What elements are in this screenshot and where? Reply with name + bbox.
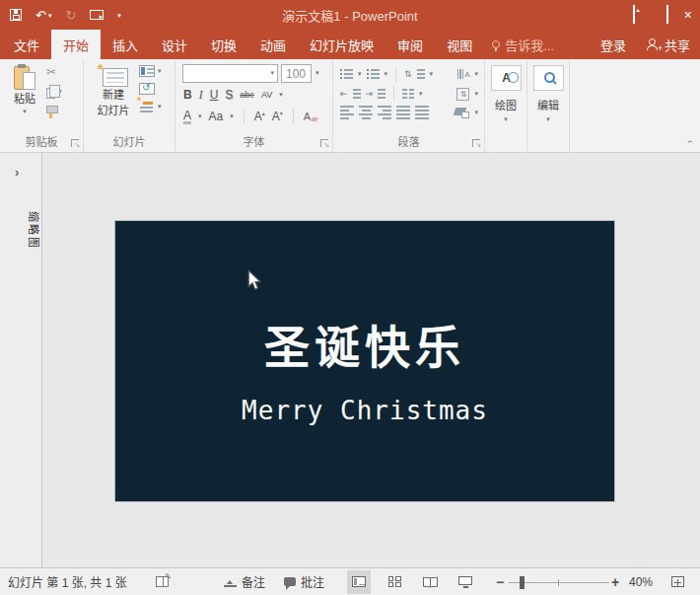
zoom-out-button[interactable]: − bbox=[496, 568, 504, 595]
section-button[interactable]: *▾ bbox=[139, 101, 162, 113]
notes-button[interactable]: 备注 bbox=[224, 568, 265, 595]
clipboard-dialog-launcher[interactable] bbox=[71, 139, 79, 147]
align-text-caret[interactable]: ▾ bbox=[474, 91, 478, 98]
slideshow-view-button[interactable] bbox=[454, 570, 477, 594]
smartart-icon[interactable] bbox=[455, 107, 469, 118]
zoom-slider-track[interactable] bbox=[509, 575, 609, 589]
tab-insert[interactable]: 插入 bbox=[101, 30, 150, 59]
character-spacing-button[interactable]: AV bbox=[261, 91, 272, 100]
increase-indent-icon[interactable]: ⇥ bbox=[366, 90, 374, 99]
spell-check-button[interactable] bbox=[156, 568, 169, 595]
strikethrough-button[interactable]: abc bbox=[240, 91, 254, 100]
save-button[interactable] bbox=[10, 9, 22, 21]
font-name-combobox[interactable]: ▾ bbox=[182, 64, 278, 83]
font-dialog-launcher[interactable] bbox=[320, 139, 328, 147]
drawing-caret[interactable]: ▾ bbox=[504, 115, 508, 123]
editing-caret[interactable]: ▾ bbox=[546, 115, 550, 123]
change-case-caret[interactable]: ▾ bbox=[230, 113, 234, 120]
paste-button[interactable]: 粘贴 ▾ bbox=[7, 64, 42, 115]
font-size-combobox[interactable]: 100 bbox=[281, 64, 312, 83]
decrease-indent-icon[interactable]: ⇤ bbox=[340, 90, 348, 99]
editing-button[interactable] bbox=[533, 65, 564, 91]
character-spacing-caret[interactable]: ▾ bbox=[279, 92, 283, 99]
normal-view-button[interactable] bbox=[347, 570, 371, 594]
drawing-icon: A bbox=[502, 71, 511, 85]
ribbon-display-options-button[interactable] bbox=[633, 6, 635, 24]
zoom-slider-thumb[interactable] bbox=[520, 576, 525, 589]
align-right-icon[interactable] bbox=[378, 106, 391, 119]
slide-subtitle-text[interactable]: Merry Christmas bbox=[115, 395, 614, 426]
comments-button[interactable]: 批注 bbox=[284, 568, 324, 595]
slide-workspace: 圣诞快乐 Merry Christmas bbox=[42, 153, 700, 567]
reading-view-button[interactable] bbox=[418, 570, 442, 594]
undo-dropdown-caret[interactable]: ▾ bbox=[48, 12, 52, 19]
line-spacing-icon[interactable]: ⇅ bbox=[404, 70, 412, 79]
line-spacing-caret[interactable]: ▾ bbox=[430, 71, 434, 78]
zoom-level[interactable]: 40% bbox=[629, 568, 653, 595]
redo-button[interactable]: ↻ bbox=[65, 9, 76, 22]
change-case-button[interactable]: Aa bbox=[209, 111, 224, 122]
text-direction-caret[interactable]: ▾ bbox=[474, 71, 478, 78]
fit-to-window-button[interactable] bbox=[671, 568, 684, 595]
numbering-icon[interactable] bbox=[367, 69, 380, 79]
paragraph-dialog-launcher[interactable] bbox=[472, 139, 480, 147]
text-direction-icon[interactable]: A bbox=[457, 69, 470, 79]
reset-button[interactable] bbox=[139, 83, 162, 95]
tab-transitions[interactable]: 切换 bbox=[199, 30, 248, 59]
zoom-in-button[interactable]: + bbox=[611, 568, 619, 595]
font-color-caret[interactable]: ▾ bbox=[198, 113, 202, 120]
cut-button[interactable]: ✂ bbox=[46, 66, 62, 78]
numbering-caret[interactable]: ▾ bbox=[385, 71, 388, 78]
bold-button[interactable]: B bbox=[183, 89, 192, 101]
tab-design[interactable]: 设计 bbox=[150, 30, 199, 59]
tab-review[interactable]: 审阅 bbox=[385, 30, 435, 59]
text-shadow-button[interactable]: S bbox=[225, 89, 233, 101]
drawing-button[interactable]: A bbox=[491, 65, 522, 91]
font-size-caret[interactable]: ▾ bbox=[315, 70, 319, 77]
clear-formatting-button[interactable] bbox=[304, 111, 317, 122]
columns-caret[interactable]: ▾ bbox=[419, 91, 423, 98]
tab-view[interactable]: 视图 bbox=[435, 30, 484, 59]
paste-caret[interactable]: ▾ bbox=[23, 109, 27, 115]
font-name-caret[interactable]: ▾ bbox=[270, 70, 274, 77]
align-left-icon[interactable] bbox=[340, 106, 354, 119]
columns-icon[interactable] bbox=[402, 89, 414, 99]
copy-button[interactable]: ▾ bbox=[46, 85, 62, 99]
tab-file[interactable]: 文件 bbox=[2, 30, 51, 59]
share-button[interactable]: + 共享 bbox=[638, 30, 700, 59]
sign-in-button[interactable]: 登录 bbox=[589, 30, 638, 59]
tab-slideshow[interactable]: 幻灯片放映 bbox=[298, 30, 385, 59]
underline-button[interactable]: U bbox=[210, 89, 219, 101]
customize-qat-button[interactable]: ▾ bbox=[117, 12, 121, 19]
undo-button[interactable]: ↶▾ bbox=[35, 9, 51, 22]
start-slideshow-button[interactable] bbox=[90, 10, 104, 20]
close-button[interactable]: × bbox=[684, 8, 692, 22]
font-color-button[interactable]: A bbox=[183, 110, 191, 124]
collapse-ribbon-button[interactable]: › bbox=[684, 140, 695, 143]
smartart-caret[interactable]: ▾ bbox=[474, 110, 478, 116]
section-caret[interactable]: ▾ bbox=[158, 104, 162, 111]
maximize-button[interactable] bbox=[666, 6, 668, 24]
layout-caret[interactable]: ▾ bbox=[158, 68, 162, 75]
tab-home[interactable]: 开始 bbox=[51, 30, 101, 59]
distribute-icon[interactable] bbox=[415, 106, 429, 119]
new-slide-button[interactable]: * 新建 幻灯片 bbox=[94, 64, 133, 118]
align-text-icon[interactable]: ⇅ bbox=[456, 88, 469, 101]
slide-canvas[interactable]: 圣诞快乐 Merry Christmas bbox=[114, 220, 615, 502]
layout-button[interactable]: ▾ bbox=[139, 65, 162, 77]
align-center-icon[interactable] bbox=[359, 106, 373, 119]
format-painter-button[interactable] bbox=[46, 106, 62, 118]
bullets-icon[interactable] bbox=[340, 69, 353, 79]
justify-icon[interactable] bbox=[396, 106, 410, 119]
slide-title-text[interactable]: 圣诞快乐 bbox=[115, 320, 614, 375]
thumbnail-pane-collapsed[interactable]: › 缩略图 bbox=[0, 153, 42, 567]
expand-thumbnails-icon[interactable]: › bbox=[15, 165, 19, 180]
tab-animations[interactable]: 动画 bbox=[248, 30, 298, 59]
bullets-caret[interactable]: ▾ bbox=[358, 71, 362, 78]
grow-font-button[interactable]: A▴ bbox=[254, 111, 265, 122]
shrink-font-button[interactable]: A▾ bbox=[272, 111, 283, 122]
tell-me-box[interactable]: 告诉我... bbox=[484, 30, 562, 59]
zoom-slider[interactable] bbox=[509, 568, 609, 595]
slide-sorter-view-button[interactable] bbox=[383, 570, 406, 594]
italic-button[interactable]: I bbox=[199, 89, 203, 101]
